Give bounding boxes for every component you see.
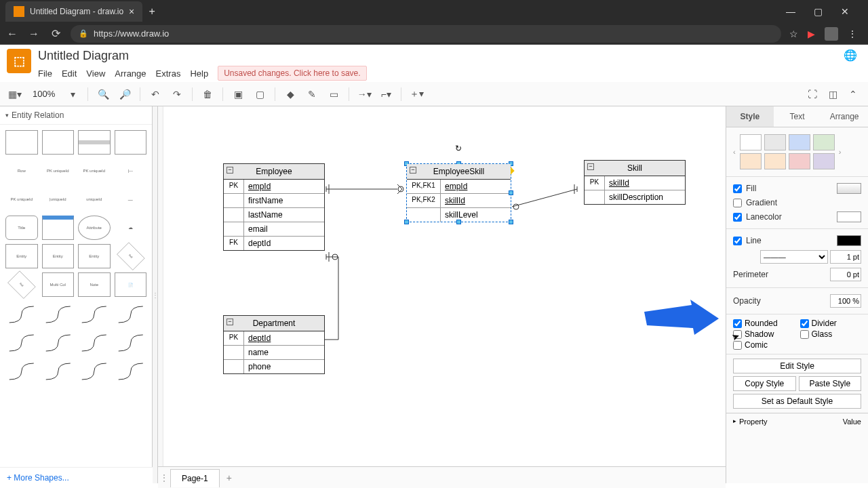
new-tab-button[interactable]: + xyxy=(142,2,161,21)
zoom-out-icon[interactable]: 🔎 xyxy=(115,85,134,104)
shape-hr[interactable]: — xyxy=(115,187,147,211)
resize-handle[interactable] xyxy=(509,190,513,195)
entity-employee[interactable]: Employee PKempId firstName lastName emai… xyxy=(223,163,325,251)
edit-style-button[interactable]: Edit Style xyxy=(733,359,861,373)
zoom-dropdown-icon[interactable]: ▾ xyxy=(63,85,82,104)
shape-page-icon[interactable]: 📄 xyxy=(115,272,147,297)
shape-diamond-wrap[interactable]: Rel xyxy=(115,244,147,268)
shape-curve9[interactable] xyxy=(5,359,38,384)
color-swatch[interactable] xyxy=(740,153,762,169)
opacity-input[interactable] xyxy=(830,294,861,308)
color-swatch[interactable] xyxy=(740,134,762,150)
fill-color-button[interactable] xyxy=(837,183,861,194)
format-panel-icon[interactable]: ◫ xyxy=(823,85,842,104)
shape-table[interactable] xyxy=(5,130,38,155)
collapse-icon[interactable]: ⌃ xyxy=(844,85,863,104)
shape-entity2[interactable]: Entity xyxy=(42,244,75,268)
more-shapes-button[interactable]: More Shapes... xyxy=(0,467,153,488)
redo-icon[interactable]: ↷ xyxy=(167,85,186,104)
shape-curve10[interactable] xyxy=(42,359,75,384)
divider-checkbox[interactable] xyxy=(800,319,809,328)
browser-tab[interactable]: Untitled Diagram - draw.io × xyxy=(5,1,142,22)
resize-handle[interactable] xyxy=(404,220,409,224)
color-swatch[interactable] xyxy=(789,153,810,169)
shape-note[interactable]: Note xyxy=(78,272,111,297)
shape-title-box[interactable]: Title xyxy=(5,216,38,240)
shadow-icon[interactable]: ▭ xyxy=(324,85,343,104)
line-checkbox[interactable] xyxy=(733,237,742,245)
close-window-icon[interactable]: ✕ xyxy=(835,6,854,17)
shape-circle[interactable]: Attribute xyxy=(78,216,111,240)
shape-curve5[interactable] xyxy=(5,331,38,355)
waypoints-icon[interactable]: ⌐▾ xyxy=(376,85,395,104)
language-icon[interactable]: 🌐 xyxy=(844,49,857,62)
shape-curve2[interactable] xyxy=(42,302,75,327)
menu-help[interactable]: Help xyxy=(190,68,208,79)
shape-curve4[interactable] xyxy=(115,302,147,327)
to-back-icon[interactable]: ▢ xyxy=(250,85,269,104)
profile-avatar[interactable] xyxy=(825,27,838,41)
gradient-checkbox[interactable] xyxy=(733,199,742,207)
reload-icon[interactable]: ⟳ xyxy=(49,27,62,40)
document-title[interactable]: Untitled Diagram xyxy=(38,49,837,63)
shape-row-fk[interactable]: PK uniqueId xyxy=(78,159,111,183)
entity-skill[interactable]: Skill PKskillId skillDescription xyxy=(584,160,686,205)
resize-handle[interactable] xyxy=(509,220,513,224)
menu-file[interactable]: File xyxy=(38,68,52,79)
menu-extras[interactable]: Extras xyxy=(156,68,181,79)
shape-cloud[interactable]: ☁ xyxy=(115,216,147,240)
shape-row-pk[interactable]: PK uniqueId xyxy=(42,159,75,183)
fill-checkbox[interactable] xyxy=(733,184,742,193)
glass-checkbox[interactable] xyxy=(800,330,809,339)
zoom-level[interactable]: 100% xyxy=(27,89,60,99)
view-mode-icon[interactable]: ▦▾ xyxy=(5,85,24,104)
shape-row-col[interactable]: |— xyxy=(115,159,147,183)
address-bar[interactable]: 🔒 https://www.draw.io xyxy=(71,25,781,43)
entity-employee-skill[interactable]: ↻ EmployeeSkill PK,FK1empId PK,FK2skillI… xyxy=(406,163,511,222)
canvas[interactable]: Employee PKempId firstName lastName emai… xyxy=(158,106,726,483)
palette-header[interactable]: Entity Relation xyxy=(0,106,152,125)
shape-table-2[interactable] xyxy=(42,130,75,155)
palette-next-icon[interactable]: › xyxy=(837,148,843,156)
color-swatch[interactable] xyxy=(764,153,786,169)
browser-menu-icon[interactable]: ⋮ xyxy=(848,28,857,39)
line-color-icon[interactable]: ✎ xyxy=(302,85,321,104)
palette-prev-icon[interactable]: ‹ xyxy=(732,148,737,156)
line-width-input[interactable] xyxy=(830,250,861,264)
tab-arrange[interactable]: Arrange xyxy=(821,106,868,127)
perimeter-input[interactable] xyxy=(830,268,861,281)
menu-arrange[interactable]: Arrange xyxy=(115,68,146,79)
line-color-button[interactable] xyxy=(837,235,861,246)
entity-department[interactable]: Department PKdeptId name phone xyxy=(223,315,325,374)
menu-edit[interactable]: Edit xyxy=(62,68,77,79)
page-tab-1[interactable]: Page-1 xyxy=(170,469,220,487)
youtube-icon[interactable]: ▶ xyxy=(808,28,815,39)
shape-curve12[interactable] xyxy=(115,359,147,384)
unsaved-changes-button[interactable]: Unsaved changes. Click here to save. xyxy=(218,66,366,81)
connection-icon[interactable]: →▾ xyxy=(355,85,374,104)
shape-curve1[interactable] xyxy=(5,302,38,327)
shape-curve11[interactable] xyxy=(78,359,111,384)
back-icon[interactable]: ← xyxy=(5,28,19,40)
lanecolor-button[interactable] xyxy=(837,211,861,222)
shape-window[interactable] xyxy=(42,216,75,240)
set-default-style-button[interactable]: Set as Default Style xyxy=(733,394,861,409)
undo-icon[interactable]: ↶ xyxy=(146,85,165,104)
shape-table-3[interactable] xyxy=(78,130,111,155)
shape-multi[interactable]: Multi Col xyxy=(42,272,75,297)
tab-style[interactable]: Style xyxy=(726,106,774,127)
close-tab-icon[interactable]: × xyxy=(129,6,134,17)
shape-curve7[interactable] xyxy=(78,331,111,355)
menu-view[interactable]: View xyxy=(86,68,105,79)
color-swatch[interactable] xyxy=(813,153,835,169)
zoom-in-icon[interactable]: 🔍 xyxy=(94,85,113,104)
forward-icon[interactable]: → xyxy=(27,28,41,40)
fullscreen-icon[interactable]: ⛶ xyxy=(803,85,822,104)
rounded-checkbox[interactable] xyxy=(733,319,742,328)
copy-style-button[interactable]: Copy Style xyxy=(733,376,796,391)
page-menu-icon[interactable]: ⋮ xyxy=(158,473,170,483)
rotate-handle-icon[interactable]: ↻ xyxy=(455,144,463,152)
shape-entity1[interactable]: Entity xyxy=(5,244,38,268)
shape-diamond2-wrap[interactable]: Rel xyxy=(5,272,38,297)
delete-icon[interactable]: 🗑 xyxy=(198,85,217,104)
